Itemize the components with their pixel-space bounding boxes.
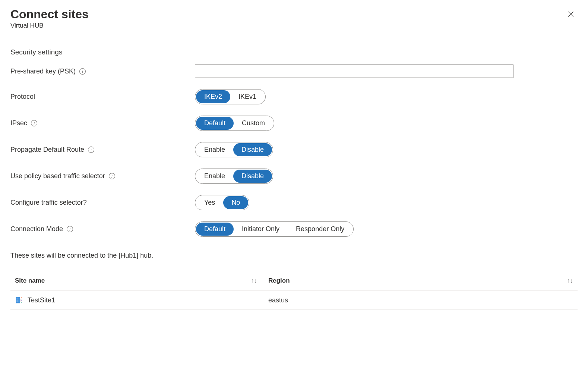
info-icon[interactable]: i [67, 226, 73, 232]
svg-rect-3 [19, 298, 19, 299]
use-policy-based-label: Use policy based traffic selector [10, 172, 105, 180]
svg-rect-7 [17, 300, 18, 301]
hub-info-text: These sites will be connected to the [Hu… [10, 252, 578, 260]
svg-rect-5 [18, 299, 18, 299]
upb-option-enable[interactable]: Enable [196, 170, 233, 183]
upb-option-disable[interactable]: Disable [233, 170, 272, 183]
td-site-name: TestSite1 [15, 296, 268, 304]
configure-traffic-selector-label: Configure traffic selector? [10, 199, 87, 207]
ipsec-label: IPsec [10, 119, 27, 127]
th-site-name[interactable]: Site name ↑↓ [15, 277, 268, 284]
svg-rect-9 [19, 300, 19, 301]
protocol-toggle: IKEv2 IKEv1 [195, 89, 266, 104]
security-settings-section: Security settings Pre-shared key (PSK) i… [10, 48, 578, 237]
cts-option-no[interactable]: No [223, 196, 248, 209]
psk-label: Pre-shared key (PSK) [10, 67, 76, 75]
table-row[interactable]: TestSite1 eastus [10, 291, 578, 309]
close-button[interactable] [564, 7, 578, 22]
pdr-option-disable[interactable]: Disable [233, 143, 272, 156]
use-policy-based-toggle: Enable Disable [195, 169, 273, 184]
row-connection-mode: Connection Mode i Default Initiator Only… [10, 221, 578, 237]
info-icon[interactable]: i [88, 147, 94, 153]
protocol-option-ikev1[interactable]: IKEv1 [230, 90, 265, 103]
ipsec-toggle: Default Custom [195, 116, 274, 131]
svg-rect-11 [18, 301, 18, 302]
svg-point-13 [21, 297, 22, 298]
table-header: Site name ↑↓ Region ↑↓ [10, 271, 578, 291]
row-ipsec: IPsec i Default Custom [10, 116, 578, 131]
propagate-default-route-toggle: Enable Disable [195, 142, 273, 157]
th-region[interactable]: Region ↑↓ [268, 277, 573, 284]
propagate-default-route-label: Propagate Default Route [10, 146, 84, 154]
page-header: Connect sites Virtual HUB [10, 7, 578, 29]
protocol-option-ikev2[interactable]: IKEv2 [196, 90, 230, 103]
svg-point-15 [21, 302, 22, 303]
info-icon[interactable]: i [31, 120, 37, 126]
ipsec-option-custom[interactable]: Custom [234, 117, 273, 130]
sort-icon: ↑↓ [251, 277, 257, 284]
site-name-value: TestSite1 [28, 296, 55, 304]
page-subtitle: Virtual HUB [10, 22, 89, 29]
row-protocol: Protocol IKEv2 IKEv1 [10, 89, 578, 104]
psk-input[interactable] [195, 65, 513, 78]
sort-icon: ↑↓ [567, 277, 573, 284]
cm-option-default[interactable]: Default [196, 223, 234, 236]
row-psk: Pre-shared key (PSK) i [10, 65, 578, 78]
protocol-label: Protocol [10, 93, 35, 101]
svg-rect-2 [18, 298, 18, 299]
cts-option-yes[interactable]: Yes [196, 196, 223, 209]
svg-rect-4 [17, 299, 18, 299]
row-configure-traffic-selector: Configure traffic selector? Yes No [10, 195, 578, 210]
connection-mode-label: Connection Mode [10, 225, 63, 233]
ipsec-option-default[interactable]: Default [196, 117, 234, 130]
configure-traffic-selector-toggle: Yes No [195, 195, 249, 210]
td-region: eastus [268, 296, 573, 304]
svg-rect-12 [19, 301, 19, 302]
svg-rect-6 [19, 299, 19, 299]
cm-option-initiator[interactable]: Initiator Only [234, 223, 288, 236]
title-block: Connect sites Virtual HUB [10, 7, 89, 29]
th-region-label: Region [268, 277, 290, 284]
svg-rect-8 [18, 300, 18, 301]
th-site-name-label: Site name [15, 277, 45, 284]
close-icon [567, 10, 575, 18]
info-icon[interactable]: i [109, 173, 115, 179]
page-title: Connect sites [10, 7, 89, 21]
svg-rect-1 [17, 298, 18, 299]
row-use-policy-based-traffic-selector: Use policy based traffic selector i Enab… [10, 169, 578, 184]
building-icon [15, 296, 23, 304]
info-icon[interactable]: i [79, 68, 86, 75]
connection-mode-toggle: Default Initiator Only Responder Only [195, 221, 354, 237]
row-propagate-default-route: Propagate Default Route i Enable Disable [10, 142, 578, 157]
section-title: Security settings [10, 48, 578, 56]
svg-rect-10 [17, 301, 18, 302]
sites-table: Site name ↑↓ Region ↑↓ TestSite1 [10, 271, 578, 310]
pdr-option-enable[interactable]: Enable [196, 143, 233, 156]
cm-option-responder[interactable]: Responder Only [288, 223, 353, 236]
